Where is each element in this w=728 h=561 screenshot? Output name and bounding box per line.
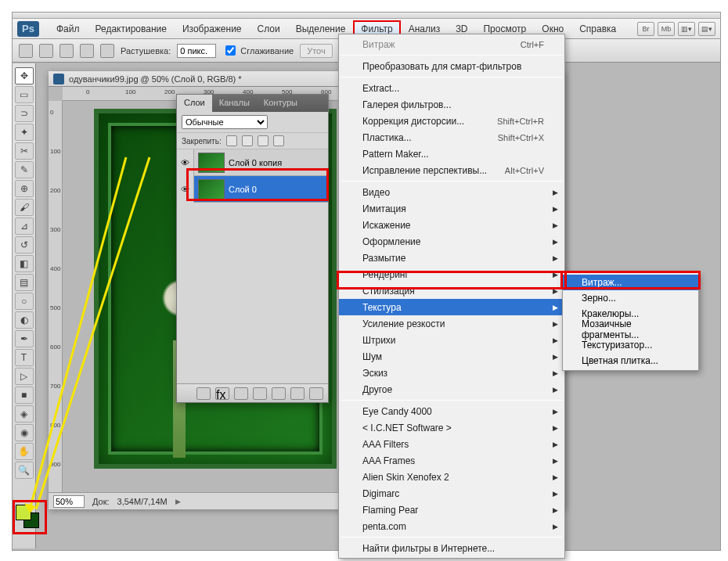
highlight-colors bbox=[13, 500, 47, 534]
type-tool[interactable]: T bbox=[15, 349, 34, 366]
path-tool[interactable]: ▷ bbox=[15, 368, 34, 385]
feather-input[interactable] bbox=[177, 44, 216, 58]
hand-tool[interactable]: ✋ bbox=[15, 443, 34, 460]
menu-item-видео[interactable]: Видео▶ bbox=[339, 184, 564, 200]
link-layers-icon[interactable] bbox=[196, 387, 211, 400]
sel-sub-icon[interactable] bbox=[80, 44, 94, 58]
adjustment-icon[interactable] bbox=[253, 387, 267, 400]
menu-item-имитация[interactable]: Имитация▶ bbox=[339, 200, 564, 217]
menu-item-зерно-[interactable]: Зерно... bbox=[563, 290, 698, 306]
fx-icon[interactable]: fx bbox=[215, 387, 229, 400]
new-layer-icon[interactable] bbox=[290, 387, 305, 400]
move-tool[interactable]: ✥ bbox=[15, 67, 34, 85]
refine-edge-button[interactable]: Уточ bbox=[300, 44, 333, 58]
menu-item-текстуризатор-[interactable]: Текстуризатор... bbox=[563, 337, 698, 353]
feather-label: Растушевка: bbox=[121, 46, 171, 56]
sel-add-icon[interactable] bbox=[59, 44, 74, 58]
window-titlebar bbox=[13, 13, 720, 19]
blend-mode-select[interactable]: Обычные bbox=[182, 115, 268, 129]
menu-item-пластика-[interactable]: Пластика...Shift+Ctrl+X bbox=[339, 129, 564, 146]
ps-logo-icon: Ps bbox=[17, 21, 39, 37]
mask-icon[interactable] bbox=[234, 387, 248, 400]
workspace-switcher[interactable]: ▤▾ bbox=[698, 22, 715, 36]
tab-channels[interactable]: Каналы bbox=[212, 95, 257, 112]
group-icon[interactable] bbox=[272, 387, 286, 400]
eraser-tool[interactable]: ◧ bbox=[15, 255, 34, 272]
stamp-tool[interactable]: ⊿ bbox=[15, 218, 34, 235]
menu-файл[interactable]: Файл bbox=[49, 20, 88, 38]
gradient-tool[interactable]: ▤ bbox=[15, 274, 34, 291]
menu-item-текстура[interactable]: Текстура▶ bbox=[339, 299, 564, 315]
menu-item-коррекция-дисторсии-[interactable]: Коррекция дисторсии...Shift+Ctrl+R bbox=[339, 113, 564, 129]
3d-camera-tool[interactable]: ◉ bbox=[15, 424, 34, 441]
menu-item-pattern-maker-[interactable]: Pattern Maker... bbox=[339, 146, 564, 162]
layers-panel: Слои Каналы Контуры Обычные Закрепить: 👁… bbox=[176, 94, 329, 403]
sel-new-icon[interactable] bbox=[39, 44, 53, 58]
minibridge-button[interactable]: Mb bbox=[658, 22, 675, 36]
crop-tool[interactable]: ✂ bbox=[15, 142, 34, 160]
menu-item-aaa-frames[interactable]: AAA Frames▶ bbox=[339, 452, 564, 469]
lock-all-icon[interactable] bbox=[273, 135, 284, 146]
blur-tool[interactable]: ○ bbox=[15, 293, 34, 310]
menu-изображение[interactable]: Изображение bbox=[175, 20, 250, 38]
dodge-tool[interactable]: ◐ bbox=[15, 311, 34, 329]
antialias-checkbox[interactable]: Сглаживание bbox=[222, 43, 294, 58]
menu-item-найти-фильтры-в-интернете-[interactable]: Найти фильтры в Интернете... bbox=[339, 540, 564, 556]
brush-tool[interactable]: 🖌 bbox=[15, 199, 34, 216]
menu-item-digimarc[interactable]: Digimarc▶ bbox=[339, 485, 564, 502]
shape-tool[interactable]: ■ bbox=[15, 387, 34, 404]
lock-transparent-icon[interactable] bbox=[226, 135, 237, 146]
menu-item-оформление[interactable]: Оформление▶ bbox=[339, 233, 564, 250]
document-title: одуванчики99.jpg @ 50% (Слой 0, RGB/8) * bbox=[69, 74, 242, 84]
screen-mode-button[interactable]: ▥▾ bbox=[678, 22, 695, 36]
menu-item-extract-[interactable]: Extract... bbox=[339, 80, 564, 96]
3d-tool[interactable]: ◈ bbox=[15, 405, 34, 423]
menu-item-eye-candy-4000[interactable]: Eye Candy 4000▶ bbox=[339, 403, 564, 419]
eyedropper-tool[interactable]: ✎ bbox=[15, 161, 34, 178]
menu-редактирование[interactable]: Редактирование bbox=[88, 20, 175, 38]
lock-image-icon[interactable] bbox=[242, 135, 253, 146]
zoom-tool[interactable]: 🔍 bbox=[15, 462, 34, 479]
menu-item-penta-com[interactable]: penta.com▶ bbox=[339, 518, 564, 534]
menu-слои[interactable]: Слои bbox=[250, 20, 288, 38]
highlight-selected-layer bbox=[186, 168, 329, 201]
menu-item-преобразовать-для-смарт-фильтров[interactable]: Преобразовать для смарт-фильтров bbox=[339, 58, 564, 74]
menu-item-размытие[interactable]: Размытие▶ bbox=[339, 250, 564, 266]
menu-item-усиление-резкости[interactable]: Усиление резкости▶ bbox=[339, 315, 564, 332]
menu-item-эскиз[interactable]: Эскиз▶ bbox=[339, 365, 564, 381]
tab-layers[interactable]: Слои bbox=[177, 95, 212, 112]
menu-item-галерея-фильтров-[interactable]: Галерея фильтров... bbox=[339, 96, 564, 113]
menu-item-искажение[interactable]: Искажение▶ bbox=[339, 217, 564, 233]
bridge-button[interactable]: Br bbox=[637, 22, 654, 36]
menu-item-другое[interactable]: Другое▶ bbox=[339, 381, 564, 397]
filter-menu-dropdown: ВитражCtrl+FПреобразовать для смарт-филь… bbox=[338, 34, 565, 559]
sel-int-icon[interactable] bbox=[100, 44, 114, 58]
lock-label: Закрепить: bbox=[182, 137, 222, 146]
delete-layer-icon[interactable] bbox=[309, 387, 323, 400]
wand-tool[interactable]: ✦ bbox=[15, 124, 34, 141]
menu-item-штрихи[interactable]: Штрихи▶ bbox=[339, 332, 564, 348]
menu-справка[interactable]: Справка bbox=[571, 20, 624, 38]
menu-item-flaming-pear[interactable]: Flaming Pear▶ bbox=[339, 502, 564, 518]
menu-item--i-c-net-software-[interactable]: < I.C.NET Software >▶ bbox=[339, 419, 564, 436]
tool-preset-icon[interactable] bbox=[19, 44, 33, 58]
heal-tool[interactable]: ⊕ bbox=[15, 180, 34, 197]
history-brush-tool[interactable]: ↺ bbox=[15, 236, 34, 254]
menu-item-aaa-filters[interactable]: AAA Filters▶ bbox=[339, 436, 564, 452]
tab-paths[interactable]: Контуры bbox=[257, 95, 305, 112]
menu-item-цветная-плитка-[interactable]: Цветная плитка... bbox=[563, 353, 698, 369]
marquee-tool[interactable]: ▭ bbox=[15, 86, 34, 103]
menu-item-мозаичные-фрагменты-[interactable]: Мозаичные фрагменты... bbox=[563, 322, 698, 337]
highlight-texture-item bbox=[337, 271, 567, 289]
pen-tool[interactable]: ✒ bbox=[15, 330, 34, 347]
menu-item-исправление-перспективы-[interactable]: Исправление перспективы...Alt+Ctrl+V bbox=[339, 162, 564, 178]
menu-item-шум[interactable]: Шум▶ bbox=[339, 348, 564, 365]
menu-item-alien-skin-xenofex-2[interactable]: Alien Skin Xenofex 2▶ bbox=[339, 469, 564, 485]
lasso-tool[interactable]: ⊃ bbox=[15, 105, 34, 122]
layers-panel-tabs: Слои Каналы Контуры bbox=[177, 95, 328, 112]
zoom-input[interactable] bbox=[53, 495, 85, 508]
docsize-value: 3,54M/7,14M bbox=[117, 497, 168, 506]
layer-name: Слой 0 копия bbox=[229, 158, 282, 167]
menu-item-витраж[interactable]: ВитражCtrl+F bbox=[339, 36, 564, 52]
lock-position-icon[interactable] bbox=[258, 135, 268, 146]
